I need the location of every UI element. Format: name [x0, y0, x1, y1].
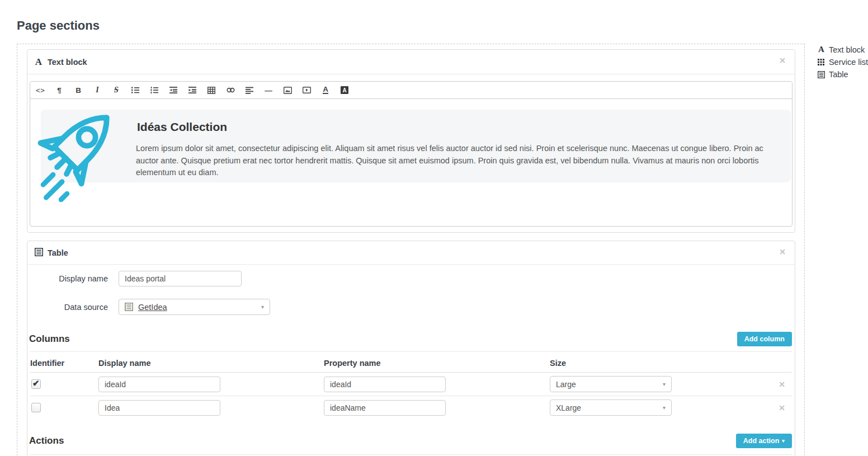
caret-down-icon: ▾ [663, 405, 666, 411]
column-header-identifier: Identifier [30, 359, 98, 368]
column-property-name-input[interactable] [324, 400, 446, 416]
divider [30, 454, 792, 455]
insert-link-icon[interactable] [221, 82, 240, 98]
paragraph-align-icon[interactable] [240, 82, 259, 98]
remove-column-icon[interactable]: ✕ [779, 404, 792, 412]
banner-body-text: Lorem ipsum dolor sit amet, consectetur … [136, 143, 784, 179]
text-block-header: A Text block ✕ [27, 50, 795, 74]
column-header-property-name: Property name [324, 359, 550, 368]
unordered-list-icon[interactable] [126, 82, 145, 98]
italic-icon[interactable]: I [88, 82, 107, 98]
palette-item-table[interactable]: Table [817, 70, 868, 79]
column-row: XLarge ▾ ✕ [30, 396, 792, 419]
horizontal-rule-icon[interactable]: — [259, 82, 278, 98]
table-section-header: Table ✕ [27, 241, 795, 265]
outdent-icon[interactable] [164, 82, 183, 98]
palette-item-text-block[interactable]: A Text block [817, 45, 868, 54]
page-title: Page sections [17, 18, 868, 33]
strikethrough-icon[interactable]: S [107, 82, 126, 98]
section-palette: A Text block Service list Table [817, 45, 868, 82]
text-block-icon: A [32, 57, 45, 68]
actions-heading: Actions [29, 435, 64, 446]
data-source-row: Data source GetIdea ▾ [30, 299, 792, 315]
close-icon[interactable]: ✕ [779, 248, 786, 256]
actions-subsection-head: Actions Add action ▾ [30, 434, 792, 448]
data-source-label: Data source [30, 303, 119, 312]
identifier-checkbox[interactable] [31, 379, 41, 389]
column-size-select[interactable]: XLarge ▾ [550, 399, 672, 416]
service-list-icon [817, 59, 825, 65]
columns-table-header: Identifier Display name Property name Si… [30, 352, 792, 373]
size-value: Large [556, 380, 576, 389]
insert-table-icon[interactable] [202, 82, 221, 98]
ordered-list-icon[interactable] [145, 82, 164, 98]
text-block-title: Text block [48, 58, 87, 67]
text-block-icon: A [817, 45, 825, 54]
display-name-label: Display name [30, 274, 119, 283]
editor-toolbar: <> ¶ B I S [30, 82, 792, 99]
table-section-title: Table [48, 248, 68, 257]
banner-heading: Idéas Collection [41, 110, 791, 134]
insert-video-icon[interactable] [297, 82, 316, 98]
table-icon [32, 248, 45, 258]
page-sections-container: A Text block ✕ <> ¶ B I S [17, 44, 805, 456]
caret-down-icon: ▾ [261, 304, 264, 310]
column-row: Large ▾ ✕ [30, 373, 792, 396]
section-text-block: A Text block ✕ <> ¶ B I S [27, 49, 795, 233]
content-banner: Idéas Collection Lorem ipsum dolor sit a… [41, 110, 791, 182]
data-source-table-icon [125, 303, 133, 311]
code-view-icon[interactable]: <> [31, 82, 50, 98]
indent-icon[interactable] [183, 82, 202, 98]
column-property-name-input[interactable] [324, 377, 446, 392]
highlight-color-icon[interactable]: A [335, 82, 354, 98]
columns-subsection-head: Columns Add column [30, 332, 792, 346]
data-source-select[interactable]: GetIdea ▾ [119, 299, 270, 315]
columns-heading: Columns [29, 333, 70, 345]
bold-icon[interactable]: B [69, 82, 88, 98]
column-header-display-name: Display name [98, 359, 324, 368]
caret-down-icon: ▾ [663, 381, 666, 387]
section-table: Table ✕ Display name Data source GetIdea… [27, 241, 795, 456]
data-source-link[interactable]: GetIdea [138, 303, 167, 312]
caret-down-icon: ▾ [782, 438, 785, 444]
identifier-checkbox[interactable] [31, 403, 41, 412]
insert-image-icon[interactable] [278, 82, 297, 98]
column-display-name-input[interactable] [98, 377, 220, 392]
column-header-size: Size [550, 359, 672, 368]
paragraph-style-icon[interactable]: ¶ [50, 82, 69, 98]
font-color-icon[interactable]: A [316, 82, 335, 98]
add-action-button[interactable]: Add action ▾ [736, 434, 792, 448]
close-icon[interactable]: ✕ [779, 57, 786, 64]
add-column-button[interactable]: Add column [737, 332, 792, 346]
display-name-input[interactable] [119, 271, 242, 286]
size-value: XLarge [556, 403, 581, 412]
column-size-select[interactable]: Large ▾ [550, 376, 672, 392]
editor-content-area[interactable]: Idéas Collection Lorem ipsum dolor sit a… [30, 99, 792, 226]
table-icon [817, 71, 825, 78]
display-name-row: Display name [30, 271, 792, 286]
column-display-name-input[interactable] [98, 400, 220, 416]
palette-item-service-list[interactable]: Service list [817, 58, 868, 67]
rich-text-editor: <> ¶ B I S [30, 81, 792, 227]
rocket-icon [30, 104, 130, 203]
remove-column-icon[interactable]: ✕ [779, 380, 792, 388]
